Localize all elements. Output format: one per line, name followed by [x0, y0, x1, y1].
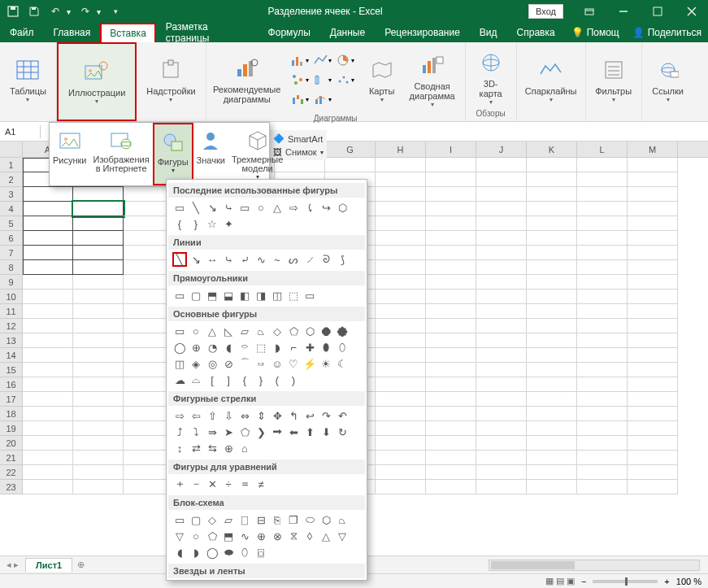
bs-cross[interactable]: ✚ — [302, 340, 317, 355]
cell[interactable] — [527, 407, 577, 421]
links-button[interactable]: Ссылки ▾ — [647, 46, 689, 114]
cell[interactable] — [73, 465, 124, 480]
ar-pent[interactable]: ⬠ — [237, 425, 252, 439]
cell[interactable] — [476, 304, 527, 319]
cell[interactable] — [23, 363, 73, 377]
ar-chevron[interactable]: ❯ — [254, 425, 268, 439]
cell[interactable] — [426, 246, 476, 260]
cell[interactable] — [23, 348, 73, 363]
cell[interactable] — [628, 275, 678, 290]
tab-data[interactable]: Данные — [320, 23, 375, 42]
chart-column-icon[interactable]: ▾ — [289, 51, 311, 69]
fc-extract[interactable]: △ — [319, 529, 333, 543]
ar-ud[interactable]: ⇕ — [254, 408, 268, 423]
cell[interactable] — [476, 275, 527, 290]
cell[interactable] — [527, 246, 577, 260]
cell[interactable] — [476, 290, 527, 304]
bs-pie[interactable]: ◔ — [205, 340, 219, 355]
ar-r[interactable]: ⇨ — [172, 408, 187, 423]
cell[interactable] — [577, 231, 628, 246]
online-pictures-button[interactable]: Изображения в Интернете — [90, 123, 153, 185]
row-header[interactable]: 15 — [0, 363, 23, 377]
eq-plus[interactable]: ＋ — [172, 477, 187, 491]
ar-dcall[interactable]: ⬇ — [319, 425, 333, 439]
shape-arrow-right[interactable]: ⇨ — [286, 200, 301, 215]
fc-stored[interactable]: ◖ — [172, 545, 187, 560]
fc-disk[interactable]: ⬬ — [221, 545, 236, 560]
cell[interactable] — [376, 172, 426, 187]
cell[interactable] — [577, 246, 628, 260]
shape-rect-r4[interactable]: ⬚ — [286, 288, 301, 303]
bs-textbox[interactable]: ▭ — [172, 324, 187, 338]
cell[interactable] — [325, 158, 376, 172]
cell[interactable] — [23, 333, 73, 348]
cell[interactable] — [73, 348, 124, 363]
ar-lcall[interactable]: ⬅ — [286, 425, 301, 439]
cell[interactable] — [476, 260, 527, 275]
cell[interactable] — [73, 392, 124, 407]
eq-div[interactable]: ÷ — [221, 477, 236, 491]
chart-scatter-icon[interactable]: ▾ — [335, 71, 356, 89]
shape-textbox[interactable]: ▭ — [172, 200, 187, 215]
cell[interactable] — [426, 290, 476, 304]
bs-para[interactable]: ▱ — [237, 324, 252, 338]
redo-icon[interactable]: ↷ — [79, 5, 92, 18]
map3d-button[interactable]: 3D-карта ▾ — [471, 46, 511, 109]
tell-me[interactable]: 💡Помощ — [565, 23, 626, 42]
cell[interactable] — [577, 348, 628, 363]
cell[interactable] — [628, 465, 678, 480]
cell[interactable] — [376, 260, 426, 275]
cell[interactable] — [577, 202, 628, 216]
cell[interactable] — [476, 465, 527, 480]
fc-manop[interactable]: ▽ — [172, 529, 187, 543]
cell[interactable] — [628, 216, 678, 231]
tables-button[interactable]: Таблицы ▾ — [5, 46, 51, 114]
row-header[interactable]: 20 — [0, 436, 23, 451]
autosave-icon[interactable] — [7, 5, 20, 18]
zoom-slider[interactable] — [593, 580, 658, 583]
bs-br3[interactable]: { — [237, 372, 252, 387]
name-box[interactable]: A1 — [0, 125, 41, 138]
cell[interactable] — [628, 246, 678, 260]
cell[interactable] — [577, 392, 628, 407]
bs-lshape[interactable]: ⌐ — [286, 340, 301, 355]
cell[interactable] — [577, 304, 628, 319]
cell[interactable] — [577, 187, 628, 202]
bs-half[interactable]: ◗ — [270, 340, 285, 355]
fc-offpage[interactable]: ⬠ — [205, 529, 219, 543]
cell[interactable] — [577, 172, 628, 187]
cell[interactable] — [376, 216, 426, 231]
shape-oval[interactable]: ○ — [254, 200, 268, 215]
row-header[interactable]: 9 — [0, 275, 23, 290]
shape-line2[interactable]: ↘ — [189, 252, 203, 267]
filters-button[interactable]: Фильтры ▾ — [591, 46, 636, 114]
cell[interactable] — [476, 187, 527, 202]
cell[interactable] — [23, 451, 73, 465]
cell[interactable] — [577, 421, 628, 436]
cell[interactable] — [426, 392, 476, 407]
ar-striped[interactable]: ⇛ — [205, 425, 219, 439]
chart-combo-icon[interactable]: ▾ — [312, 90, 333, 108]
shape-elbow2[interactable]: ⤶ — [237, 252, 252, 267]
bs-br4[interactable]: } — [254, 372, 268, 387]
bs-plaque[interactable]: ⬮ — [319, 340, 333, 355]
bs-can[interactable]: ⬯ — [335, 340, 350, 355]
ar-lr[interactable]: ⇔ — [237, 408, 252, 423]
bs-heart[interactable]: ♡ — [286, 356, 301, 371]
bs-hept[interactable]: ⯃ — [319, 324, 333, 338]
shape-hexagon[interactable]: ⬡ — [335, 200, 350, 215]
fc-sum[interactable]: ⊕ — [254, 529, 268, 543]
shape-rect-r2[interactable]: ◨ — [254, 288, 268, 303]
shape-curve1[interactable]: ∿ — [254, 252, 268, 267]
bs-br1[interactable]: [ — [205, 372, 219, 387]
cell[interactable] — [376, 231, 426, 246]
cell[interactable] — [476, 333, 527, 348]
shapes-button[interactable]: Фигуры ▾ — [153, 123, 193, 185]
bs-moon[interactable]: ☾ — [335, 356, 350, 371]
cell[interactable] — [23, 480, 73, 494]
bs-bevel[interactable]: ◈ — [189, 356, 203, 371]
cell[interactable] — [73, 407, 124, 421]
cell[interactable] — [577, 465, 628, 480]
cell[interactable] — [376, 480, 426, 494]
cell[interactable] — [426, 319, 476, 333]
